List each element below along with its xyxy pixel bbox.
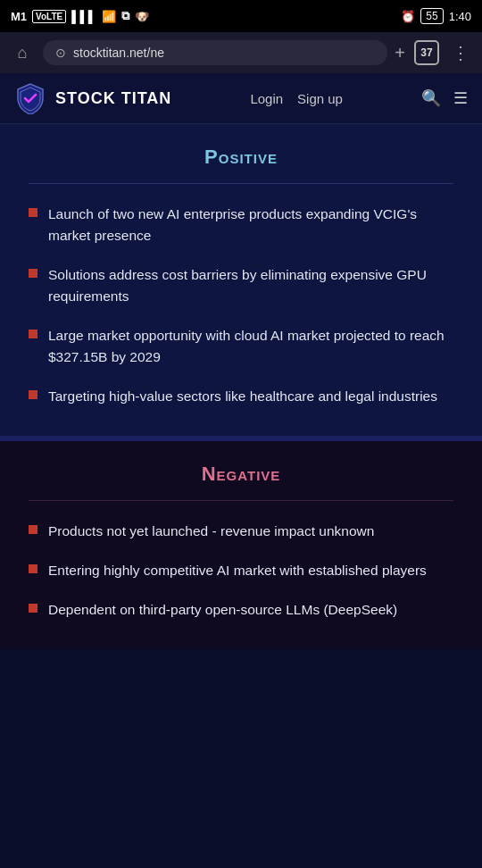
wifi-icon: 📶 [102,10,116,23]
status-bar: M1 VoLTE ▌▌▌ 📶 ⧉ 🐶 ⏰ 55 1:40 [0,0,482,32]
menu-icon[interactable]: ☰ [453,88,468,108]
logo-icon [14,82,46,114]
bullet-icon [29,390,37,399]
alarm-icon: ⏰ [401,10,415,23]
bullet-icon [29,564,37,573]
negative-item-2: Entering highly competitive AI market wi… [48,560,427,581]
bullet-icon [29,604,37,613]
add-tab-button[interactable]: + [395,43,405,63]
list-item: Solutions address cost barriers by elimi… [29,264,453,307]
list-item: Dependent on third-party open-source LLM… [29,599,453,621]
list-item: Launch of two new AI enterprise products… [29,204,453,246]
carrier-label: M1 [11,10,27,23]
list-item: Large market opportunity with cloud AI m… [29,325,453,368]
site-header: STOCK TITAN Login Sign up 🔍 ☰ [0,73,482,124]
url-text: stocktitan.net/ne [73,46,164,60]
positive-divider [29,183,453,184]
volte-badge: VoLTE [32,10,66,23]
signup-link[interactable]: Sign up [297,91,343,106]
list-item: Entering highly competitive AI market wi… [29,560,453,581]
positive-item-2: Solutions address cost barriers by elimi… [48,264,453,307]
positive-item-4: Targeting high-value sectors like health… [48,386,437,407]
positive-item-1: Launch of two new AI enterprise products… [48,204,453,246]
negative-item-1: Products not yet launched - revenue impa… [48,521,374,542]
browser-url-bar[interactable]: ⊙ stocktitan.net/ne [43,40,387,65]
site-logo: STOCK TITAN [14,82,171,114]
positive-bullet-list: Launch of two new AI enterprise products… [29,204,453,407]
browser-actions: + 37 ⋮ [395,40,473,65]
search-icon[interactable]: 🔍 [421,88,441,108]
extra-icon: 🐶 [135,10,149,23]
list-item: Products not yet launched - revenue impa… [29,521,453,542]
main-content: Positive Launch of two new AI enterprise… [0,124,482,649]
site-nav: Login Sign up [250,91,343,106]
bullet-icon [29,208,37,217]
positive-title: Positive [29,146,453,169]
browser-more-button[interactable]: ⋮ [448,42,473,63]
signal-icon: ▌▌▌ [71,10,96,23]
negative-bullet-list: Products not yet launched - revenue impa… [29,521,453,621]
negative-item-3: Dependent on third-party open-source LLM… [48,599,397,621]
battery-level: 55 [420,8,443,24]
bullet-icon [29,525,37,534]
browser-home-button[interactable]: ⌂ [9,39,36,66]
positive-item-3: Large market opportunity with cloud AI m… [48,325,453,368]
positive-section: Positive Launch of two new AI enterprise… [0,124,482,441]
home-icon: ⌂ [18,44,28,63]
negative-divider [29,500,453,501]
logo-text: STOCK TITAN [55,89,171,108]
negative-title: Negative [29,463,453,486]
status-right: ⏰ 55 1:40 [401,8,471,24]
browser-chrome: ⌂ ⊙ stocktitan.net/ne + 37 ⋮ [0,32,482,73]
login-link[interactable]: Login [250,91,283,106]
nav-icons: 🔍 ☰ [421,88,468,108]
time-display: 1:40 [449,10,471,23]
bullet-icon [29,330,37,338]
sim-icon: ⧉ [121,9,129,23]
tab-count-button[interactable]: 37 [414,40,439,65]
url-security-icon: ⊙ [55,46,66,60]
bullet-icon [29,269,37,278]
negative-section: Negative Products not yet launched - rev… [0,441,482,649]
list-item: Targeting high-value sectors like health… [29,386,453,407]
status-carrier: M1 VoLTE ▌▌▌ 📶 ⧉ 🐶 [11,9,149,23]
